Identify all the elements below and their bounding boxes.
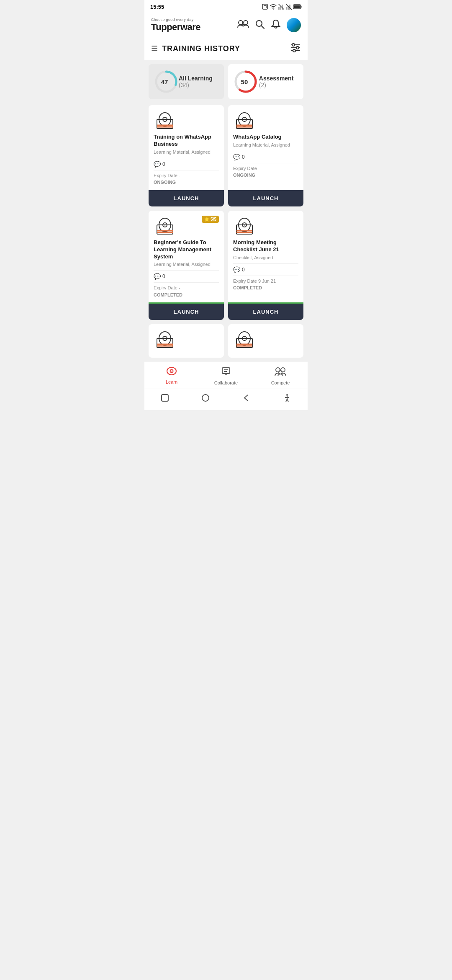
svg-point-73 <box>202 395 209 401</box>
training-card-4: Morning Meeting Checklist June 21 Checkl… <box>228 211 303 320</box>
svg-point-22 <box>293 49 295 52</box>
training-card-3: ⭐ 5/5 Beginner's Guide To Learning Manag… <box>149 211 224 320</box>
header-icons <box>237 18 301 32</box>
collaborate-label: Collaborate <box>214 380 238 385</box>
learn-icon <box>166 366 177 378</box>
back-button[interactable] <box>242 393 251 404</box>
launch-button-2[interactable]: LAUNCH <box>228 190 303 206</box>
search-icon[interactable] <box>255 19 265 31</box>
stat-all-learning[interactable]: 47 All Learning (34) <box>149 64 224 99</box>
card-comments-3: 💬 0 <box>154 273 219 280</box>
card-subtitle-4: Checklist, Assigned <box>233 255 298 260</box>
card-icon-area-3: ⭐ 5/5 <box>154 216 219 236</box>
comment-icon-4: 💬 <box>233 266 240 273</box>
badge-star: ⭐ <box>204 217 209 222</box>
card-icon-area-6 <box>233 329 298 349</box>
accessibility-button[interactable] <box>282 393 292 404</box>
user-avatar[interactable] <box>287 18 301 32</box>
module-icon-1 <box>154 110 176 130</box>
cards-grid: Training on WhatsApp Business Learning M… <box>144 103 308 362</box>
launch-button-1[interactable]: LAUNCH <box>149 190 224 206</box>
card-comments-4: 💬 0 <box>233 266 298 273</box>
people-switch-icon[interactable] <box>237 19 249 31</box>
training-title-row: ☰ TRAINING HISTORY <box>151 44 240 53</box>
svg-point-60 <box>244 338 245 339</box>
module-icon-3 <box>154 216 176 236</box>
comment-icon-3: 💬 <box>154 273 161 280</box>
module-icon-4 <box>233 216 256 236</box>
comment-icon-2: 💬 <box>233 154 240 160</box>
app-header: Choose good every day Tupperware <box>144 13 308 37</box>
svg-point-65 <box>171 371 172 371</box>
nav-collaborate[interactable]: Collaborate <box>199 362 253 389</box>
bell-icon[interactable] <box>271 19 281 31</box>
stat-assessment[interactable]: 50 Assessment (2) <box>228 64 303 99</box>
logo-brand: Tupperware <box>151 22 200 33</box>
module-icon-6 <box>233 329 256 349</box>
svg-line-16 <box>261 26 264 28</box>
compete-label: Compete <box>271 380 290 385</box>
card-expiry-3: Expiry Date - COMPLETED <box>154 284 219 298</box>
home-button[interactable] <box>201 393 210 404</box>
card-icon-area-2 <box>233 110 298 130</box>
launch-button-4[interactable]: LAUNCH <box>228 304 303 320</box>
svg-rect-2 <box>278 7 280 10</box>
svg-point-71 <box>279 371 282 374</box>
card-body-6 <box>228 324 303 358</box>
svg-rect-12 <box>294 5 300 8</box>
svg-point-74 <box>286 394 288 396</box>
svg-point-20 <box>292 44 295 46</box>
learn-label: Learn <box>166 379 177 384</box>
module-icon-2 <box>233 110 256 130</box>
all-learning-circle: 47 <box>154 70 175 93</box>
svg-point-1 <box>273 8 274 9</box>
card-icon-area-5 <box>154 329 219 349</box>
all-learning-label: All Learning (34) <box>179 75 218 88</box>
card-body-3: ⭐ 5/5 Beginner's Guide To Learning Manag… <box>149 211 224 303</box>
card-comments-1: 💬 0 <box>154 161 219 168</box>
card-title-4: Morning Meeting Checklist June 21 <box>233 239 298 253</box>
battery-icon <box>293 4 302 9</box>
hamburger-icon[interactable]: ☰ <box>151 44 158 53</box>
svg-point-54 <box>164 338 166 339</box>
launch-button-3[interactable]: LAUNCH <box>149 304 224 320</box>
logo-tagline: Choose good every day <box>151 18 200 22</box>
system-bar <box>144 389 308 410</box>
nfc-icon <box>262 3 268 10</box>
recents-button[interactable] <box>160 393 170 404</box>
wifi-icon <box>270 4 277 10</box>
card-icon-area-4 <box>233 216 298 236</box>
svg-point-21 <box>296 46 299 49</box>
nav-compete[interactable]: Compete <box>253 362 308 389</box>
svg-point-30 <box>164 119 166 120</box>
card-expiry-2: Expiry Date - ONGOING <box>233 165 298 179</box>
svg-point-36 <box>244 119 245 120</box>
card-body-2: WhatsApp Catalog Learning Material, Assi… <box>228 105 303 190</box>
training-card-2: WhatsApp Catalog Learning Material, Assi… <box>228 105 303 206</box>
logo-area: Choose good every day Tupperware <box>151 18 200 33</box>
svg-line-78 <box>287 399 288 402</box>
svg-point-48 <box>244 224 245 225</box>
all-learning-number: 47 <box>161 78 168 85</box>
card-expiry-4: Expiry Date 9 Jun 21 COMPLETED <box>233 278 298 291</box>
card-subtitle-3: Learning Material, Assigned <box>154 262 219 267</box>
svg-point-42 <box>164 224 166 225</box>
compete-icon <box>275 366 286 379</box>
filter-icon[interactable] <box>290 43 301 54</box>
signal-icon <box>278 4 284 10</box>
status-icons <box>262 3 302 10</box>
nav-learn[interactable]: Learn <box>144 362 199 389</box>
card-title-3: Beginner's Guide To Learning Management … <box>154 239 219 260</box>
badge-5-5: ⭐ 5/5 <box>202 216 219 223</box>
training-header: ☰ TRAINING HISTORY <box>144 37 308 60</box>
signal2-icon <box>286 4 292 10</box>
training-title: TRAINING HISTORY <box>162 44 240 53</box>
svg-rect-66 <box>222 368 230 374</box>
assessment-number: 50 <box>241 78 248 85</box>
assessment-label: Assessment (2) <box>259 75 298 88</box>
status-time: 15:55 <box>150 4 164 10</box>
svg-rect-0 <box>262 4 267 9</box>
module-icon-5 <box>154 329 176 349</box>
card-body-5 <box>149 324 224 358</box>
card-subtitle-1: Learning Material, Assigned <box>154 150 219 155</box>
